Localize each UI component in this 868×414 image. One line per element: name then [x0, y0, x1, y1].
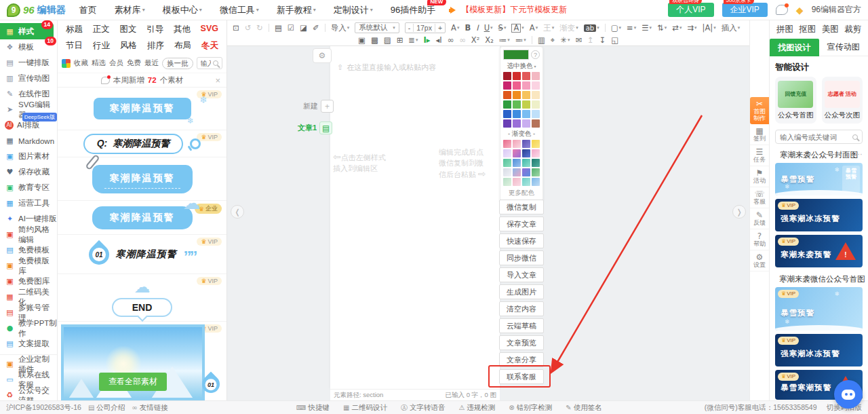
bottom-tool-typo-check[interactable]: ⊗错别字检测	[509, 403, 552, 413]
material-card-end[interactable]: ♛VIP☁END	[58, 274, 226, 322]
action-button-9-action[interactable]: 文章预览	[499, 335, 544, 350]
view-all-materials-button[interactable]: 查看全部素材	[99, 373, 167, 391]
category-tab-2[interactable]: 行业	[93, 40, 110, 52]
strip-item-service[interactable]: ☏客服	[750, 187, 769, 208]
material-search-box[interactable]	[197, 57, 223, 69]
personal-vip-button[interactable]: 双联合终身 个人VIP	[668, 3, 713, 17]
style-tab-2[interactable]: 正文	[93, 24, 110, 35]
category-tab-4[interactable]: 排序	[147, 40, 164, 52]
material-card-cloudpill[interactable]: ♛企业☁寒潮降温预警	[58, 201, 226, 235]
increase-font-icon[interactable]: +	[435, 24, 445, 32]
text-style-icon[interactable]: A▾	[530, 23, 538, 33]
filter-link-1[interactable]: 收藏	[74, 58, 88, 68]
style-tab-1[interactable]: 标题	[66, 24, 83, 35]
gradient-swatch-5[interactable]	[503, 149, 511, 157]
gradient-swatch-14[interactable]	[513, 168, 521, 176]
divider-line-icon[interactable]: ≣▾	[408, 35, 418, 45]
strip-item-cover-maker[interactable]: ✂首图制作	[750, 97, 769, 124]
more-colors-link[interactable]: 更多配色	[503, 189, 540, 197]
nav-item-home[interactable]: 首页	[79, 4, 97, 16]
color-swatch-15[interactable]	[522, 100, 530, 109]
template-thumbnail[interactable]: ♛VIP暴雪预警❄❄	[775, 287, 863, 331]
color-swatch-18[interactable]	[513, 110, 521, 118]
case-icon[interactable]: |A|▾	[703, 23, 716, 33]
material-card-qa[interactable]: ♛VIPQ:寒潮降温预警	[58, 130, 226, 157]
fullscreen-icon[interactable]: ◱	[611, 35, 618, 45]
sidebar-item-simple-style[interactable]: ▣简约风格编辑	[0, 227, 57, 242]
smart-design-card-1[interactable]: 回馈充值公众号首图	[775, 77, 816, 124]
color-swatch-14[interactable]	[513, 100, 521, 109]
nav-item-wechat-tools[interactable]: 微信工具▾	[220, 4, 259, 16]
company-intro-link[interactable]: ▤公司介绍	[88, 403, 125, 413]
highlight-icon[interactable]: ab▾	[584, 24, 599, 32]
action-button-5-action[interactable]: 导入文章	[499, 267, 544, 282]
color-swatch-4[interactable]	[532, 72, 540, 80]
gallery-icon[interactable]: ▩	[371, 35, 378, 45]
gradient-swatch-11[interactable]	[522, 159, 530, 167]
change-batch-button[interactable]: 换一批	[162, 58, 193, 69]
align-icon[interactable]: ≡▾	[627, 23, 636, 33]
border-style-icon[interactable]: ▢▾	[611, 23, 621, 33]
category-tab-1[interactable]: 节日	[66, 40, 83, 52]
superscript-icon[interactable]: X²	[471, 35, 480, 45]
strip-item-settings[interactable]: ⚙设置	[750, 250, 769, 271]
line-height-icon[interactable]: ⇅▾	[657, 23, 667, 33]
design-tab-1[interactable]: 找图设计	[770, 39, 819, 56]
gradient-swatch-6[interactable]	[513, 149, 521, 157]
gradient-swatch-1[interactable]	[503, 140, 511, 148]
insert-cursor-icon[interactable]: I▸	[423, 35, 430, 45]
sidebar-item-ai-layout[interactable]: AIAI排版DeepSeek版	[0, 117, 57, 133]
exit-cursor-icon[interactable]: ◂I	[435, 35, 441, 45]
friend-links[interactable]: ∞友情链接	[132, 403, 167, 413]
gradient-swatch-12[interactable]	[532, 159, 540, 167]
material-card-drop[interactable]: ♛VIP01寒潮降温预警””	[58, 235, 226, 274]
gradient-swatch-20[interactable]	[532, 178, 540, 186]
gradient-swatch-17[interactable]	[503, 178, 511, 186]
gradient-swatch-15[interactable]	[522, 168, 530, 176]
paragraph-icon[interactable]: ☰▾	[642, 23, 652, 33]
nav-item-material-lib[interactable]: 素材库▾	[115, 4, 145, 16]
filter-link-4[interactable]: 免费	[127, 58, 141, 68]
spacing-icon[interactable]: 王▾	[543, 23, 554, 33]
material-search-input[interactable]	[201, 60, 212, 67]
strip-item-tasks[interactable]: ☰任务	[750, 145, 769, 166]
sidebar-item-markdown[interactable]: ▦Markdown	[0, 133, 57, 149]
sidebar-item-education[interactable]: ▣教育专区	[0, 180, 57, 195]
gradient-swatch-4[interactable]	[532, 140, 540, 148]
filter-link-3[interactable]: 会员	[109, 58, 123, 68]
gradient-swatch-19[interactable]	[522, 178, 530, 186]
sidebar-item-teaching-ppt[interactable]: ●教学PPT制作	[0, 320, 57, 336]
image-tool-1[interactable]: 拼图	[776, 24, 793, 35]
strikethrough-icon[interactable]: S▾	[498, 23, 507, 33]
table-icon[interactable]: ⊞	[397, 35, 403, 45]
sidebar-item-one-click-layout[interactable]: ▤一键排版	[0, 55, 57, 71]
bottom-tool-shortcuts[interactable]: ⌨快捷键	[296, 403, 330, 413]
template-thumbnail[interactable]: ♛VIP强寒潮冰冻预警	[775, 334, 863, 366]
more-options-icon[interactable]: ⋯	[855, 149, 864, 159]
category-tab-5[interactable]: 布局	[174, 40, 191, 52]
paste-icon[interactable]: ▥	[538, 35, 545, 45]
canvas-settings-button[interactable]: ⚙	[313, 48, 332, 63]
article-1-tab[interactable]: 文章1 ▤	[298, 121, 332, 134]
bottom-tool-violation-check[interactable]: ⚠违规检测	[458, 403, 495, 413]
font-family-select[interactable]: 系统默认▾	[355, 22, 399, 33]
sidebar-item-favorites[interactable]: ♥保存收藏	[0, 164, 57, 180]
indent-icon[interactable]: ⇉▾	[687, 23, 696, 33]
image-icon[interactable]: ▣	[358, 35, 366, 45]
customer-service-fab[interactable]	[834, 380, 863, 409]
action-button-10-action[interactable]: 文章分享	[499, 352, 544, 367]
color-swatch-24[interactable]	[532, 119, 540, 128]
effects-icon[interactable]: ✳▾	[560, 35, 570, 45]
gradient-swatch-8[interactable]	[532, 149, 540, 157]
action-button-7-action[interactable]: 清空内容	[499, 301, 544, 316]
category-tab-3[interactable]: 风格	[120, 40, 137, 52]
recolor-label[interactable]: 选中换色▾	[503, 62, 540, 71]
bottom-tool-qrcode-design[interactable]: ▦二维码设计	[343, 403, 387, 413]
color-swatch-5[interactable]	[503, 81, 511, 90]
color-swatch-16[interactable]	[532, 100, 540, 109]
underline-icon[interactable]: U▾	[484, 23, 493, 33]
style-tab-4[interactable]: 引导	[146, 24, 163, 35]
color-swatch-12[interactable]	[532, 91, 540, 99]
design-search-box[interactable]	[775, 130, 863, 144]
editor-canvas[interactable]: ⇧ 在这里直接输入或粘贴内容 ⇦点击左侧样式 插入到编辑区 编辑完成后点 微信复…	[330, 46, 500, 389]
